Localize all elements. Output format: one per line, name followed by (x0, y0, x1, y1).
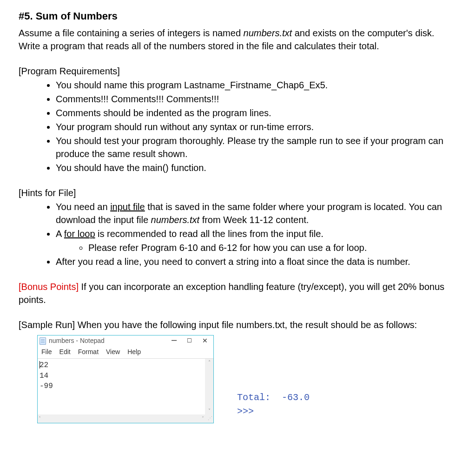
list-item: You should name this program Lastname_Fi… (56, 79, 457, 92)
close-icon[interactable]: ✕ (202, 336, 208, 346)
scroll-down-icon[interactable]: ˅ (205, 407, 213, 414)
python-output: Total: -63.0 >>> (237, 391, 310, 419)
hint-text: You need an (56, 202, 110, 212)
menu-edit[interactable]: Edit (60, 348, 71, 357)
exercise-description: Assume a file containing a series of int… (19, 26, 457, 53)
list-item: You should have the main() function. (56, 161, 457, 174)
notepad-icon (40, 337, 46, 345)
list-item: After you read a line, you need to conve… (56, 255, 457, 268)
notepad-text-area[interactable]: 22 14 -99 (38, 359, 205, 414)
file-line: 22 (40, 361, 48, 369)
bonus-section: [Bonus Points] If you can incorporate an… (19, 280, 457, 306)
list-item: Your program should run without any synt… (56, 120, 457, 133)
resize-grip-icon[interactable]: ⋰ (205, 414, 213, 423)
scroll-left-icon[interactable]: ˂ (39, 415, 41, 422)
vertical-scrollbar[interactable]: ˄ ˅ (205, 359, 213, 414)
file-line: -99 (40, 382, 53, 390)
text-caret (40, 361, 40, 368)
output-total-line: Total: -63.0 (237, 391, 310, 405)
menu-view[interactable]: View (106, 348, 120, 357)
bonus-text: If you can incorporate an exception hand… (19, 282, 444, 305)
notepad-body: 22 14 -99 ˄ ˅ (38, 358, 213, 414)
list-item: A for loop is recommended to read all th… (56, 227, 457, 254)
notepad-bottom-bar: ˂ ˃ ⋰ (38, 414, 213, 423)
list-item: Comments should be indented as the progr… (56, 106, 457, 119)
sample-run-area: numbers - Notepad – ☐ ✕ File Edit Format… (37, 335, 457, 424)
window-controls: – ☐ ✕ (172, 336, 212, 346)
exercise-title: #5. Sum of Numbers (19, 9, 457, 24)
hint-text: is recommended to read all the lines fro… (95, 229, 324, 239)
list-item: You should test your program thoroughly.… (56, 134, 457, 160)
horizontal-scrollbar[interactable]: ˂ ˃ (38, 414, 205, 423)
maximize-icon[interactable]: ☐ (187, 337, 192, 345)
list-item: Please refer Program 6-10 and 6-12 for h… (88, 241, 457, 254)
bonus-heading: [Bonus Points] (19, 282, 79, 292)
list-item: Comments!!! Comments!!! Comments!!! (56, 92, 457, 105)
hint-text: A (56, 229, 64, 239)
notepad-titlebar: numbers - Notepad – ☐ ✕ (38, 335, 213, 347)
requirements-heading: [Program Requirements] (19, 65, 457, 78)
scroll-up-icon[interactable]: ˄ (205, 359, 213, 366)
sample-run-heading: [Sample Run] When you have the following… (19, 318, 457, 331)
desc-filename: numbers.txt (244, 28, 292, 38)
hints-heading: [Hints for File] (19, 186, 457, 199)
requirements-list: You should name this program Lastname_Fi… (19, 79, 457, 174)
hints-sublist: Please refer Program 6-10 and 6-12 for h… (56, 241, 457, 254)
notepad-title-text: numbers - Notepad (49, 336, 172, 346)
output-prompt: >>> (237, 405, 310, 419)
scroll-right-icon[interactable]: ˃ (202, 415, 204, 422)
menu-file[interactable]: File (41, 348, 52, 357)
hint-italic: numbers.txt (151, 215, 199, 225)
notepad-window: numbers - Notepad – ☐ ✕ File Edit Format… (37, 335, 214, 424)
minimize-icon[interactable]: – (172, 337, 177, 342)
hints-list: You need an input file that is saved in … (19, 200, 457, 268)
notepad-menubar: File Edit Format View Help (38, 347, 213, 359)
list-item: You need an input file that is saved in … (56, 200, 457, 226)
menu-format[interactable]: Format (78, 348, 99, 357)
hint-underline: input file (110, 202, 145, 212)
hint-underline: for loop (64, 229, 95, 239)
hint-text: from Week 11-12 content. (199, 215, 309, 225)
desc-text-pre: Assume a file containing a series of int… (19, 28, 244, 38)
menu-help[interactable]: Help (127, 348, 141, 357)
file-line: 14 (40, 372, 48, 380)
